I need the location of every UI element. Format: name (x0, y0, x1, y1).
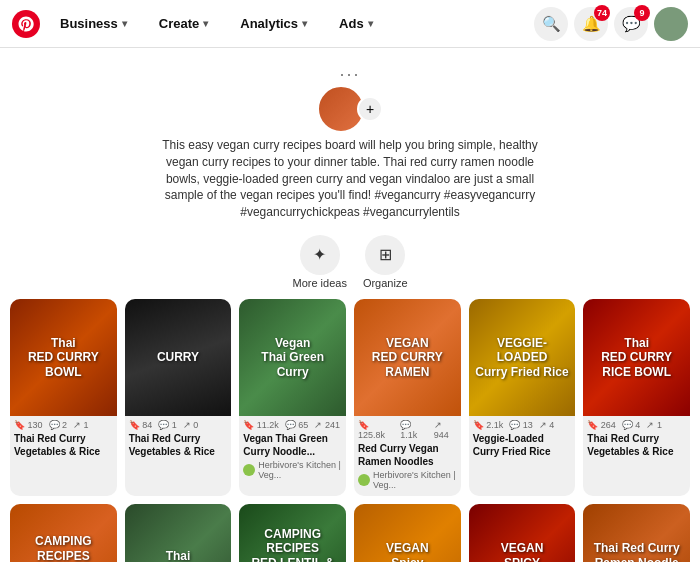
pin-card-6[interactable]: Thai RED CURRY RICE BOWL🔖 264💬 4↗ 1Thai … (583, 299, 690, 496)
share-count: ↗ 1 (646, 420, 662, 430)
source-text: Herbivore's Kitchen | Veg... (373, 470, 457, 490)
pin-stats: 🔖 11.2k💬 65↗ 241 (243, 420, 342, 430)
pin-overlay-text: Thai RED CURRY BOWL (16, 336, 111, 379)
comment-count: 💬 65 (285, 420, 309, 430)
board-description: This easy vegan curry recipes board will… (160, 137, 540, 221)
source-text: Herbivore's Kitchen | Veg... (258, 460, 342, 480)
notification-badge: 74 (594, 5, 610, 21)
pin-card-8[interactable]: Thai Red Curry Bowl (125, 504, 232, 562)
share-count: ↗ 1 (73, 420, 89, 430)
pin-title: Vegan Thai Green Curry Noodle... (243, 432, 342, 458)
pin-stats: 🔖 264💬 4↗ 1 (587, 420, 686, 430)
pin-overlay-text: Thai Red Curry Bowl (133, 549, 223, 562)
chevron-down-icon: ▾ (203, 18, 208, 29)
pin-source: Herbivore's Kitchen | Veg... (358, 470, 457, 490)
pin-stats: 🔖 2.1k💬 13↗ 4 (473, 420, 572, 430)
pin-card-1[interactable]: Thai RED CURRY BOWL🔖 130💬 2↗ 1Thai Red C… (10, 299, 117, 496)
pin-title: Red Curry Vegan Ramen Noodles (358, 442, 457, 468)
save-count: 🔖 11.2k (243, 420, 279, 430)
pin-overlay-text: Thai Red Curry Ramen Noodle Bowls (589, 541, 684, 562)
analytics-menu[interactable]: Analytics ▾ (228, 10, 319, 37)
pin-overlay-text: VEGGIE-LOADED Curry Fried Rice (475, 336, 570, 379)
pin-card-7[interactable]: CAMPING RECIPES RED CURRY RAMEN (10, 504, 117, 562)
chevron-down-icon: ▾ (368, 18, 373, 29)
more-ideas-button[interactable]: ✦ More ideas (292, 235, 346, 289)
navbar: Business ▾ Create ▾ Analytics ▾ Ads ▾ 🔍 … (0, 0, 700, 48)
ads-menu[interactable]: Ads ▾ (327, 10, 385, 37)
pin-card-11[interactable]: VEGAN SPICY VINDALOO (469, 504, 576, 562)
pin-title: Veggie-Loaded Curry Fried Rice (473, 432, 572, 458)
search-button[interactable]: 🔍 (534, 7, 568, 41)
chevron-down-icon: ▾ (302, 18, 307, 29)
pin-overlay-text: CAMPING RECIPES RED LENTIL & KIDNEY BEAN… (245, 527, 340, 562)
pin-overlay-text: CURRY (157, 350, 199, 364)
pin-stats: 🔖 125.8k💬 1.1k↗ 944 (358, 420, 457, 440)
share-count: ↗ 4 (539, 420, 555, 430)
comment-count: 💬 13 (509, 420, 533, 430)
pin-overlay-text: VEGAN RED CURRY RAMEN (360, 336, 455, 379)
share-count: ↗ 241 (314, 420, 340, 430)
pin-grid: Thai RED CURRY BOWL🔖 130💬 2↗ 1Thai Red C… (0, 299, 700, 562)
messages-button[interactable]: 💬 9 (614, 7, 648, 41)
business-menu[interactable]: Business ▾ (48, 10, 139, 37)
pin-title: Thai Red Curry Vegetables & Rice (14, 432, 113, 458)
pin-stats: 🔖 84💬 1↗ 0 (129, 420, 228, 430)
pin-overlay-text: VEGAN Spicy VINDALOO (376, 541, 439, 562)
message-badge: 9 (634, 5, 650, 21)
board-actions: ✦ More ideas ⊞ Organize (0, 235, 700, 289)
board-add-collaborator[interactable]: + (357, 96, 383, 122)
pin-card-3[interactable]: Vegan Thai Green Curry🔖 11.2k💬 65↗ 241Ve… (239, 299, 346, 496)
source-dot (358, 474, 370, 486)
pin-source: Herbivore's Kitchen | Veg... (243, 460, 342, 480)
pin-title: Thai Red Curry Vegetables & Rice (129, 432, 228, 458)
sparkle-icon: ✦ (300, 235, 340, 275)
pin-card-4[interactable]: VEGAN RED CURRY RAMEN🔖 125.8k💬 1.1k↗ 944… (354, 299, 461, 496)
pin-card-10[interactable]: VEGAN Spicy VINDALOO🔖 44💬 0↗ 0 (354, 504, 461, 562)
create-menu[interactable]: Create ▾ (147, 10, 220, 37)
board-header: ... + This easy vegan curry recipes boar… (0, 48, 700, 235)
pin-card-12[interactable]: Thai Red Curry Ramen Noodle Bowls🔖 22.5k… (583, 504, 690, 562)
comment-count: 💬 1 (158, 420, 177, 430)
save-count: 🔖 264 (587, 420, 616, 430)
pin-card-9[interactable]: CAMPING RECIPES RED LENTIL & KIDNEY BEAN… (239, 504, 346, 562)
nav-icons: 🔍 🔔 74 💬 9 (534, 7, 688, 41)
save-count: 🔖 84 (129, 420, 153, 430)
share-count: ↗ 0 (183, 420, 199, 430)
comment-count: 💬 2 (49, 420, 68, 430)
more-ideas-label: More ideas (292, 277, 346, 289)
pin-title: Thai Red Curry Vegetables & Rice (587, 432, 686, 458)
grid-icon: ⊞ (365, 235, 405, 275)
search-icon: 🔍 (542, 15, 561, 33)
pin-stats: 🔖 130💬 2↗ 1 (14, 420, 113, 430)
source-dot (243, 464, 255, 476)
chevron-down-icon: ▾ (122, 18, 127, 29)
comment-count: 💬 4 (622, 420, 641, 430)
save-count: 🔖 2.1k (473, 420, 504, 430)
user-avatar[interactable] (654, 7, 688, 41)
pinterest-logo[interactable] (12, 10, 40, 38)
board-options-dots[interactable]: ... (80, 60, 620, 81)
save-count: 🔖 125.8k (358, 420, 394, 440)
pin-overlay-text: Thai RED CURRY RICE BOWL (589, 336, 684, 379)
pin-overlay-text: VEGAN SPICY VINDALOO (475, 541, 570, 562)
organize-label: Organize (363, 277, 408, 289)
pin-overlay-text: Vegan Thai Green Curry (245, 336, 340, 379)
save-count: 🔖 130 (14, 420, 43, 430)
share-count: ↗ 944 (434, 420, 457, 440)
organize-button[interactable]: ⊞ Organize (363, 235, 408, 289)
comment-count: 💬 1.1k (400, 420, 427, 440)
notifications-button[interactable]: 🔔 74 (574, 7, 608, 41)
pin-card-5[interactable]: VEGGIE-LOADED Curry Fried Rice🔖 2.1k💬 13… (469, 299, 576, 496)
pin-overlay-text: CAMPING RECIPES RED CURRY RAMEN (16, 534, 111, 562)
pin-card-2[interactable]: CURRY🔖 84💬 1↗ 0Thai Red Curry Vegetables… (125, 299, 232, 496)
